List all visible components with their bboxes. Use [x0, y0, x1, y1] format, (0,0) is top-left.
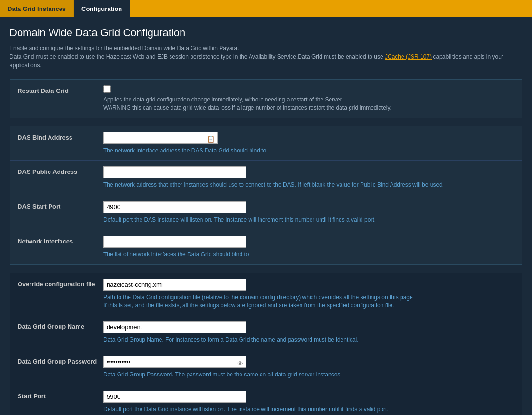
das-start-port-input[interactable] [103, 201, 246, 213]
override-config-input[interactable] [103, 279, 246, 291]
override-config-label: Override configuration file [18, 279, 103, 288]
grid-group-password-label: Data Grid Group Password [18, 356, 103, 365]
grid-group-name-row: Data Grid Group Name Data Grid Group Nam… [10, 315, 522, 350]
restart-data-grid-row: Restart Data Grid Applies the data grid … [10, 80, 522, 118]
grid-group-name-label: Data Grid Group Name [18, 321, 103, 330]
das-bind-address-wrapper: 📋 [103, 132, 218, 147]
start-port-help: Default port the Data Grid instance will… [103, 405, 514, 414]
das-start-port-help: Default port the DAS instance will liste… [103, 216, 514, 224]
das-public-address-row: DAS Public Address The network address t… [10, 161, 522, 195]
grid-group-password-help: Data Grid Group Password. The password m… [103, 371, 514, 379]
description-line2: Data Grid must be enabled to use the Haz… [10, 52, 522, 70]
restart-data-grid-label: Restart Data Grid [18, 85, 103, 94]
das-public-address-help: The network address that other instances… [103, 181, 514, 189]
override-config-row: Override configuration file Path to the … [10, 273, 522, 316]
das-bind-address-help: The network interface address the DAS Da… [103, 147, 514, 155]
page-description: Enable and configure the settings for th… [10, 44, 522, 70]
tab-bar: Data Grid Instances Configuration [0, 0, 532, 17]
restart-checkbox-wrapper [103, 85, 514, 93]
das-start-port-row: DAS Start Port Default port the DAS inst… [10, 195, 522, 230]
override-config-content: Path to the Data Grid configuration file… [103, 279, 514, 310]
tab-configuration[interactable]: Configuration [74, 0, 130, 17]
das-start-port-label: DAS Start Port [18, 201, 103, 210]
network-interfaces-row: Network Interfaces The list of network i… [10, 230, 522, 264]
restart-data-grid-content: Applies the data grid configuration chan… [103, 85, 514, 112]
das-section: DAS Bind Address 📋 The network interface… [10, 126, 522, 265]
copy-icon: 📋 [207, 135, 215, 143]
eye-icon: 👁 [237, 360, 243, 367]
jcache-link[interactable]: JCache (JSR 107) [385, 53, 432, 60]
grid-group-name-help: Data Grid Group Name. For instances to f… [103, 336, 514, 344]
network-interfaces-input[interactable] [103, 236, 246, 248]
tab-data-grid-instances[interactable]: Data Grid Instances [0, 0, 74, 17]
das-bind-address-input[interactable] [103, 132, 218, 144]
das-bind-address-label: DAS Bind Address [18, 132, 103, 141]
network-interfaces-content: The list of network interfaces the Data … [103, 236, 514, 259]
main-content: Domain Wide Data Grid Configuration Enab… [0, 17, 532, 415]
start-port-row: Start Port Default port the Data Grid in… [10, 385, 522, 415]
grid-group-password-wrapper: 👁 [103, 356, 246, 371]
start-port-content: Default port the Data Grid instance will… [103, 391, 514, 414]
das-bind-address-row: DAS Bind Address 📋 The network interface… [10, 126, 522, 161]
das-public-address-input[interactable] [103, 166, 246, 178]
das-bind-address-content: 📋 The network interface address the DAS … [103, 132, 514, 155]
restart-section: Restart Data Grid Applies the data grid … [10, 79, 522, 118]
override-config-help: Path to the Data Grid configuration file… [103, 294, 514, 310]
start-port-label: Start Port [18, 391, 103, 400]
grid-group-password-row: Data Grid Group Password 👁 Data Grid Gro… [10, 350, 522, 385]
scroll-area: Domain Wide Data Grid Configuration Enab… [0, 17, 532, 415]
restart-data-grid-checkbox[interactable] [103, 85, 111, 93]
start-port-input[interactable] [103, 391, 246, 403]
network-interfaces-label: Network Interfaces [18, 236, 103, 245]
grid-group-password-content: 👁 Data Grid Group Password. The password… [103, 356, 514, 379]
das-public-address-content: The network address that other instances… [103, 166, 514, 189]
das-start-port-content: Default port the DAS instance will liste… [103, 201, 514, 224]
network-interfaces-help: The list of network interfaces the Data … [103, 251, 514, 259]
restart-help: Applies the data grid configuration chan… [103, 96, 514, 112]
das-public-address-label: DAS Public Address [18, 166, 103, 175]
grid-group-password-input[interactable] [103, 356, 246, 368]
description-line1: Enable and configure the settings for th… [10, 44, 522, 52]
grid-group-name-content: Data Grid Group Name. For instances to f… [103, 321, 514, 344]
page-title: Domain Wide Data Grid Configuration [10, 27, 522, 39]
grid-group-name-input[interactable] [103, 321, 246, 333]
config-section: Override configuration file Path to the … [10, 273, 522, 415]
